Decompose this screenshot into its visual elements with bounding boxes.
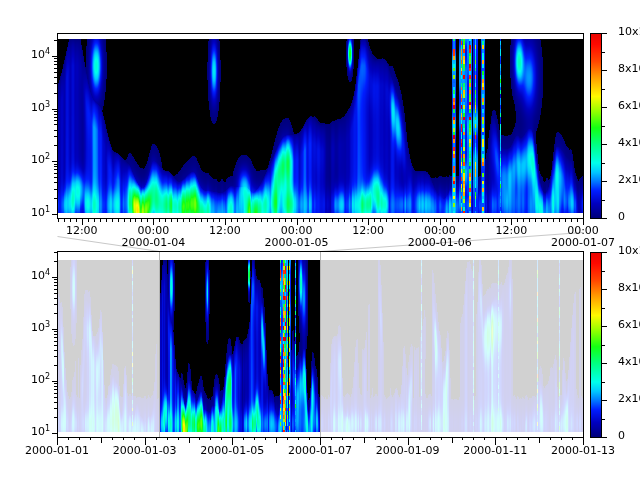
colorbar-tick-label: 2x107 [618, 392, 640, 405]
x-tick-label: 00:00 [567, 225, 599, 236]
x-tick-label: 00:00 [424, 225, 456, 236]
y-tick-label: 101 [31, 425, 50, 438]
y-tick-label: 104 [31, 48, 50, 61]
context-plot-area[interactable] [57, 251, 583, 437]
x-date-label: 2000-01-01 [25, 445, 89, 456]
x-date-label: 2000-01-05 [200, 445, 264, 456]
y-tick-label: 103 [31, 321, 50, 334]
y-tick-label: 102 [31, 153, 50, 166]
x-date-label: 2000-01-07 [551, 237, 615, 248]
colorbar-tick-label: 2x107 [618, 173, 640, 186]
context-colorbar [590, 252, 601, 437]
y-tick-label: 103 [31, 100, 50, 113]
x-tick-label: 00:00 [138, 225, 170, 236]
colorbar-tick-label: 0 [618, 429, 625, 442]
colorbar-tick-label: 8x107 [618, 281, 640, 294]
colorbar-tick-label: 6x107 [618, 318, 640, 331]
colorbar-tick-label: 4x107 [618, 136, 640, 149]
x-date-label: 2000-01-06 [408, 237, 472, 248]
y-tick-label: 101 [31, 206, 50, 219]
x-date-label: 2000-01-03 [113, 445, 177, 456]
x-tick-label: 12:00 [496, 225, 528, 236]
x-date-label: 2000-01-05 [265, 237, 329, 248]
x-date-label: 2000-01-13 [551, 445, 615, 456]
spectrogram-viewer: 12:0000:002000-01-0412:0000:002000-01-05… [0, 0, 640, 480]
x-date-label: 2000-01-09 [376, 445, 440, 456]
colorbar-tick-label: 6x107 [618, 99, 640, 112]
x-tick-label: 12:00 [352, 225, 384, 236]
x-tick-label: 00:00 [281, 225, 313, 236]
x-tick-label: 12:00 [66, 225, 98, 236]
x-date-label: 2000-01-07 [288, 445, 352, 456]
colorbar-tick-label: 10x107 [618, 25, 640, 38]
detail-plot-area[interactable] [57, 33, 583, 218]
x-date-label: 2000-01-11 [463, 445, 527, 456]
colorbar-tick-label: 10x107 [618, 244, 640, 257]
x-tick-label: 12:00 [209, 225, 241, 236]
y-tick-label: 102 [31, 373, 50, 386]
colorbar-tick-label: 8x107 [618, 62, 640, 75]
x-date-label: 2000-01-04 [121, 237, 185, 248]
detail-colorbar [590, 33, 601, 218]
colorbar-tick-label: 4x107 [618, 355, 640, 368]
colorbar-tick-label: 0 [618, 210, 625, 223]
y-tick-label: 104 [31, 269, 50, 282]
zoom-selection-box[interactable] [159, 251, 320, 437]
